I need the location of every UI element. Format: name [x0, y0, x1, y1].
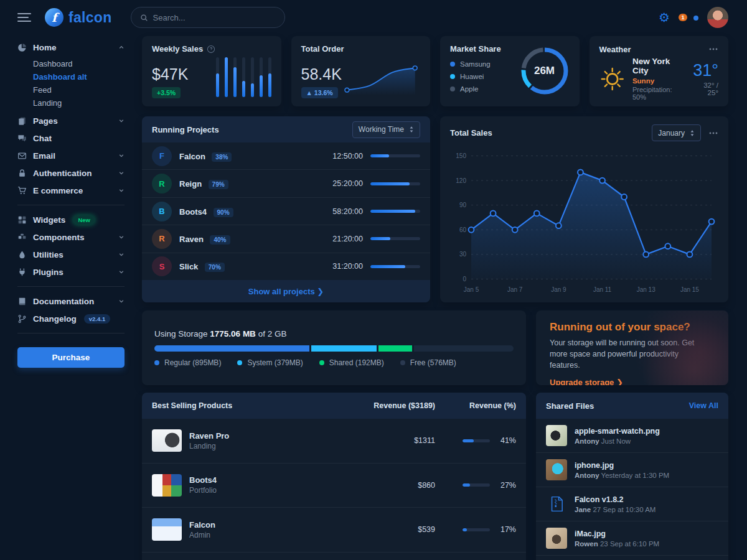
components-icon: [17, 233, 27, 242]
user-avatar[interactable]: [707, 7, 728, 28]
sidebar-item-documentation[interactable]: Documentation: [17, 292, 125, 310]
file-name[interactable]: iphone.jpg: [575, 461, 669, 470]
total-order-card: Total Order 58.4K ▲ 13.6%: [291, 36, 431, 106]
svg-text:0: 0: [463, 276, 466, 282]
file-name[interactable]: apple-smart-watch.png: [575, 427, 660, 436]
sales-bar: [216, 57, 219, 97]
top-navbar: f falcon ⚙ 1: [0, 0, 747, 35]
sidebar-item-changelog[interactable]: Changelog v2.4.1: [17, 310, 125, 327]
sidebar-item-chat[interactable]: Chat: [17, 129, 125, 147]
project-row-raven: R Raven 40% 21:20:00: [142, 225, 430, 252]
sidebar-item-authentication[interactable]: Authentication: [17, 164, 125, 182]
project-time: 58:20:00: [332, 207, 363, 216]
sidebar-item-label: Widgets: [33, 215, 65, 225]
product-category[interactable]: Portfolio: [189, 486, 217, 495]
file-thumbnail: [546, 528, 567, 549]
product-name[interactable]: Boots4: [189, 475, 217, 485]
sidebar-item-label: Utilities: [33, 250, 63, 259]
project-progress-bar: [370, 237, 420, 240]
settings-gear-icon[interactable]: ⚙: [659, 11, 670, 24]
sidebar-item-label: E commerce: [33, 186, 83, 195]
file-time: Yesterday at 1:30 PM: [601, 472, 670, 479]
weather-more-menu-icon[interactable]: [708, 44, 718, 54]
hamburger-menu-icon[interactable]: [17, 13, 31, 22]
show-all-projects-link[interactable]: Show all projects ❯: [248, 287, 324, 296]
sidebar-item-label: Documentation: [33, 297, 94, 306]
brand-logo[interactable]: f falcon: [45, 8, 112, 27]
svg-text:120: 120: [456, 177, 466, 184]
sidebar-item-widgets[interactable]: Widgets New: [17, 211, 125, 228]
file-item-imac-jpg[interactable]: iMac.jpg Rowen 23 Sep at 6:10 PM: [536, 521, 728, 556]
legend-label: Samsung: [460, 60, 491, 68]
upgrade-storage-link[interactable]: Upgrade storage ❯: [550, 378, 623, 385]
product-table-body: Raven Pro Landing $1311 41% Boots4 Portf…: [142, 419, 526, 560]
market-share-card: Market Share Samsung Huawei Apple 26M: [440, 36, 580, 106]
view-all-link[interactable]: View All: [689, 401, 718, 410]
project-row-reign: R Reign 79% 25:20:00: [142, 169, 430, 197]
product-thumbnail: [152, 518, 182, 541]
sidebar-item-email[interactable]: Email: [17, 147, 125, 164]
project-name[interactable]: Raven: [179, 235, 204, 244]
revenue-header: Revenue ($3189): [336, 401, 435, 410]
svg-text:Jan 15: Jan 15: [680, 286, 699, 293]
storage-legend-shared-192mb: Shared (192MB): [319, 358, 384, 367]
product-name[interactable]: Falcon: [189, 520, 215, 530]
sidebar-item-home[interactable]: Home: [17, 39, 125, 56]
file-item-falcon-v1-8-2[interactable]: Falcon v1.8.2 Jane 27 Sep at 10:30 AM: [536, 487, 728, 521]
total-order-title: Total Order: [301, 44, 344, 54]
storage-card: Using Storage 1775.06 MB of 2 GB Regular…: [142, 310, 526, 385]
file-item-apple-smart-watch-png[interactable]: apple-smart-watch.png Antony Just Now: [536, 419, 728, 453]
search-input[interactable]: [153, 13, 276, 22]
total-order-value: 58.4K: [301, 65, 342, 83]
product-revenue: $539: [336, 525, 435, 534]
sales-bar: [268, 57, 271, 97]
sidebar-item-plugins[interactable]: Plugins: [17, 263, 125, 281]
sidebar-badge: New: [73, 215, 95, 225]
file-name[interactable]: iMac.jpg: [575, 530, 659, 538]
sales-bar: [251, 57, 254, 97]
sidebar-item-utilities[interactable]: Utilities: [17, 246, 125, 263]
month-select[interactable]: January: [652, 124, 701, 141]
storage-segment-free-576mb: [414, 345, 514, 352]
legend-label: Regular (895MB): [164, 358, 221, 367]
cart-icon: [17, 186, 27, 195]
file-name[interactable]: Falcon v1.8.2: [575, 495, 655, 504]
product-category[interactable]: Admin: [189, 531, 215, 539]
total-order-badge: ▲ 13.6%: [301, 87, 338, 98]
sidebar-item-e-commerce[interactable]: E commerce: [17, 182, 125, 199]
project-name[interactable]: Boots4: [179, 207, 207, 217]
file-time: 27 Sep at 10:30 AM: [593, 506, 655, 513]
info-icon[interactable]: [207, 45, 215, 54]
chevron-down-icon: [118, 298, 125, 304]
sales-bar: [260, 57, 263, 97]
sidebar-item-dashboard-alt[interactable]: Dashboard alt: [33, 70, 125, 83]
svg-text:Jan 9: Jan 9: [551, 286, 566, 293]
working-time-select[interactable]: Working Time: [352, 121, 420, 138]
chevron-down-icon: [118, 118, 125, 124]
product-row-boots4: Boots4 Portfolio $860 27%: [142, 464, 526, 508]
svg-text:Jan 7: Jan 7: [507, 286, 523, 293]
purchase-button[interactable]: Purchase: [17, 347, 125, 368]
product-category[interactable]: Landing: [189, 442, 229, 450]
sidebar-item-landing[interactable]: Landing: [33, 96, 125, 110]
sidebar-item-components[interactable]: Components: [17, 228, 125, 246]
sidebar-item-dashboard[interactable]: Dashboard: [33, 57, 125, 70]
svg-text:30: 30: [459, 251, 467, 258]
file-item-iphone-jpg[interactable]: iphone.jpg Antony Yesterday at 1:30 PM: [536, 453, 728, 487]
sales-bar: [225, 57, 228, 97]
project-row-boots4: B Boots4 90% 58:20:00: [142, 197, 430, 225]
product-name[interactable]: Raven Pro: [189, 431, 229, 441]
revenue-percent-value: 41%: [496, 436, 516, 445]
sidebar-item-pages[interactable]: Pages: [17, 112, 125, 129]
legend-dot: [450, 62, 455, 67]
project-name[interactable]: Reign: [179, 179, 202, 189]
project-name[interactable]: Slick: [179, 262, 198, 271]
file-thumbnail: [546, 493, 567, 515]
sidebar-item-feed[interactable]: Feed: [33, 83, 125, 96]
total-sales-more-menu-icon[interactable]: [708, 128, 718, 138]
search-box[interactable]: [131, 7, 285, 28]
legend-dot: [400, 360, 405, 365]
project-name[interactable]: Falcon: [179, 152, 205, 161]
file-user: Antony: [575, 472, 599, 479]
project-row-falcon: F Falcon 38% 12:50:00: [142, 142, 430, 169]
